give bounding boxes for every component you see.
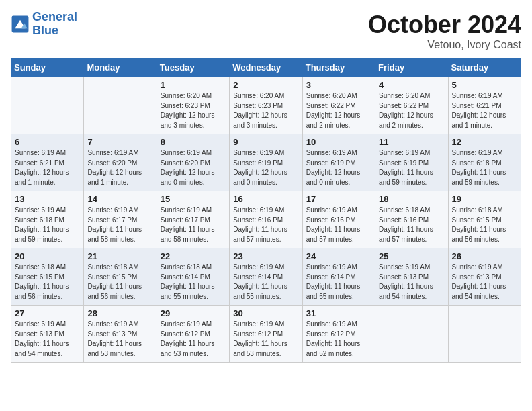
weekday-header-tuesday: Tuesday (157, 58, 229, 77)
calendar-cell: 4Sunrise: 6:20 AM Sunset: 6:22 PM Daylig… (375, 77, 448, 134)
title-area: October 2024 Vetouo, Ivory Coast (368, 11, 521, 51)
day-info: Sunrise: 6:19 AM Sunset: 6:12 PM Dayligh… (161, 320, 226, 359)
calendar-cell (84, 77, 157, 134)
day-number: 14 (87, 194, 152, 204)
day-number: 1 (161, 80, 226, 90)
day-info: Sunrise: 6:19 AM Sunset: 6:16 PM Dayligh… (306, 205, 371, 244)
day-number: 31 (306, 308, 371, 318)
calendar-cell (375, 306, 448, 363)
day-info: Sunrise: 6:18 AM Sunset: 6:15 PM Dayligh… (87, 263, 152, 302)
calendar-cell: 14Sunrise: 6:19 AM Sunset: 6:17 PM Dayli… (84, 191, 157, 248)
logo: GeneralBlue (11, 11, 77, 38)
month-title: October 2024 (368, 11, 521, 39)
calendar-cell: 5Sunrise: 6:19 AM Sunset: 6:21 PM Daylig… (448, 77, 521, 134)
day-info: Sunrise: 6:19 AM Sunset: 6:20 PM Dayligh… (161, 148, 226, 187)
calendar-week-3: 13Sunrise: 6:19 AM Sunset: 6:18 PM Dayli… (11, 191, 521, 248)
weekday-header-thursday: Thursday (302, 58, 375, 77)
calendar-cell: 8Sunrise: 6:19 AM Sunset: 6:20 PM Daylig… (157, 134, 229, 191)
day-number: 21 (87, 251, 152, 261)
day-info: Sunrise: 6:19 AM Sunset: 6:17 PM Dayligh… (87, 205, 152, 244)
calendar-header-row: SundayMondayTuesdayWednesdayThursdayFrid… (11, 58, 521, 77)
day-number: 15 (161, 194, 226, 204)
calendar-cell: 7Sunrise: 6:19 AM Sunset: 6:20 PM Daylig… (84, 134, 157, 191)
calendar-week-1: 1Sunrise: 6:20 AM Sunset: 6:23 PM Daylig… (11, 77, 521, 134)
day-number: 4 (379, 80, 444, 90)
day-info: Sunrise: 6:20 AM Sunset: 6:22 PM Dayligh… (379, 91, 444, 130)
day-info: Sunrise: 6:20 AM Sunset: 6:23 PM Dayligh… (161, 91, 226, 130)
calendar-cell: 18Sunrise: 6:18 AM Sunset: 6:16 PM Dayli… (375, 191, 448, 248)
weekday-header-saturday: Saturday (448, 58, 521, 77)
day-number: 28 (87, 308, 152, 318)
calendar-cell: 17Sunrise: 6:19 AM Sunset: 6:16 PM Dayli… (302, 191, 375, 248)
day-info: Sunrise: 6:19 AM Sunset: 6:14 PM Dayligh… (233, 263, 298, 302)
calendar-cell: 12Sunrise: 6:19 AM Sunset: 6:18 PM Dayli… (448, 134, 521, 191)
calendar-cell: 26Sunrise: 6:19 AM Sunset: 6:13 PM Dayli… (448, 248, 521, 306)
day-info: Sunrise: 6:19 AM Sunset: 6:12 PM Dayligh… (233, 320, 298, 359)
day-number: 25 (379, 251, 444, 261)
day-info: Sunrise: 6:19 AM Sunset: 6:13 PM Dayligh… (379, 263, 444, 302)
day-info: Sunrise: 6:19 AM Sunset: 6:18 PM Dayligh… (452, 148, 517, 187)
calendar-cell: 28Sunrise: 6:19 AM Sunset: 6:13 PM Dayli… (84, 306, 157, 363)
calendar-table: SundayMondayTuesdayWednesdayThursdayFrid… (11, 58, 521, 363)
calendar-cell (11, 77, 84, 134)
calendar-cell: 6Sunrise: 6:19 AM Sunset: 6:21 PM Daylig… (11, 134, 84, 191)
calendar-cell: 30Sunrise: 6:19 AM Sunset: 6:12 PM Dayli… (230, 306, 302, 363)
calendar-cell: 11Sunrise: 6:19 AM Sunset: 6:19 PM Dayli… (375, 134, 448, 191)
day-info: Sunrise: 6:18 AM Sunset: 6:14 PM Dayligh… (161, 263, 226, 302)
weekday-header-friday: Friday (375, 58, 448, 77)
header: GeneralBlue October 2024 Vetouo, Ivory C… (11, 11, 521, 51)
day-number: 18 (379, 194, 444, 204)
calendar-cell (448, 306, 521, 363)
calendar-cell: 22Sunrise: 6:18 AM Sunset: 6:14 PM Dayli… (157, 248, 229, 306)
weekday-header-monday: Monday (84, 58, 157, 77)
day-number: 22 (161, 251, 226, 261)
day-info: Sunrise: 6:19 AM Sunset: 6:14 PM Dayligh… (306, 263, 371, 302)
calendar-week-4: 20Sunrise: 6:18 AM Sunset: 6:15 PM Dayli… (11, 248, 521, 306)
day-info: Sunrise: 6:19 AM Sunset: 6:18 PM Dayligh… (15, 205, 80, 244)
day-number: 30 (233, 308, 298, 318)
calendar-cell: 3Sunrise: 6:20 AM Sunset: 6:22 PM Daylig… (302, 77, 375, 134)
day-info: Sunrise: 6:19 AM Sunset: 6:13 PM Dayligh… (87, 320, 152, 359)
calendar-cell: 19Sunrise: 6:18 AM Sunset: 6:15 PM Dayli… (448, 191, 521, 248)
calendar-cell: 29Sunrise: 6:19 AM Sunset: 6:12 PM Dayli… (157, 306, 229, 363)
calendar-cell: 23Sunrise: 6:19 AM Sunset: 6:14 PM Dayli… (230, 248, 302, 306)
day-info: Sunrise: 6:19 AM Sunset: 6:19 PM Dayligh… (233, 148, 298, 187)
day-number: 26 (452, 251, 517, 261)
day-info: Sunrise: 6:19 AM Sunset: 6:16 PM Dayligh… (233, 205, 298, 244)
calendar-cell: 16Sunrise: 6:19 AM Sunset: 6:16 PM Dayli… (230, 191, 302, 248)
day-number: 10 (306, 137, 371, 147)
day-number: 29 (161, 308, 226, 318)
day-info: Sunrise: 6:19 AM Sunset: 6:20 PM Dayligh… (87, 148, 152, 187)
calendar-cell: 21Sunrise: 6:18 AM Sunset: 6:15 PM Dayli… (84, 248, 157, 306)
calendar-cell: 9Sunrise: 6:19 AM Sunset: 6:19 PM Daylig… (230, 134, 302, 191)
calendar-cell: 2Sunrise: 6:20 AM Sunset: 6:23 PM Daylig… (230, 77, 302, 134)
calendar-cell: 25Sunrise: 6:19 AM Sunset: 6:13 PM Dayli… (375, 248, 448, 306)
day-number: 27 (15, 308, 80, 318)
calendar-week-2: 6Sunrise: 6:19 AM Sunset: 6:21 PM Daylig… (11, 134, 521, 191)
day-number: 7 (87, 137, 152, 147)
day-info: Sunrise: 6:19 AM Sunset: 6:21 PM Dayligh… (452, 91, 517, 130)
day-number: 24 (306, 251, 371, 261)
day-number: 11 (379, 137, 444, 147)
day-number: 16 (233, 194, 298, 204)
day-info: Sunrise: 6:20 AM Sunset: 6:22 PM Dayligh… (306, 91, 371, 130)
location-title: Vetouo, Ivory Coast (368, 39, 521, 51)
day-number: 23 (233, 251, 298, 261)
logo-icon (11, 15, 30, 34)
day-number: 20 (15, 251, 80, 261)
day-number: 3 (306, 80, 371, 90)
day-number: 19 (452, 194, 517, 204)
day-info: Sunrise: 6:19 AM Sunset: 6:19 PM Dayligh… (306, 148, 371, 187)
day-info: Sunrise: 6:20 AM Sunset: 6:23 PM Dayligh… (233, 91, 298, 130)
day-info: Sunrise: 6:18 AM Sunset: 6:15 PM Dayligh… (15, 263, 80, 302)
day-info: Sunrise: 6:19 AM Sunset: 6:13 PM Dayligh… (15, 320, 80, 359)
day-info: Sunrise: 6:19 AM Sunset: 6:21 PM Dayligh… (15, 148, 80, 187)
day-info: Sunrise: 6:19 AM Sunset: 6:12 PM Dayligh… (306, 320, 371, 359)
day-info: Sunrise: 6:18 AM Sunset: 6:15 PM Dayligh… (452, 205, 517, 244)
calendar-cell: 20Sunrise: 6:18 AM Sunset: 6:15 PM Dayli… (11, 248, 84, 306)
day-number: 17 (306, 194, 371, 204)
day-number: 6 (15, 137, 80, 147)
calendar-cell: 31Sunrise: 6:19 AM Sunset: 6:12 PM Dayli… (302, 306, 375, 363)
calendar-cell: 13Sunrise: 6:19 AM Sunset: 6:18 PM Dayli… (11, 191, 84, 248)
weekday-header-wednesday: Wednesday (230, 58, 302, 77)
